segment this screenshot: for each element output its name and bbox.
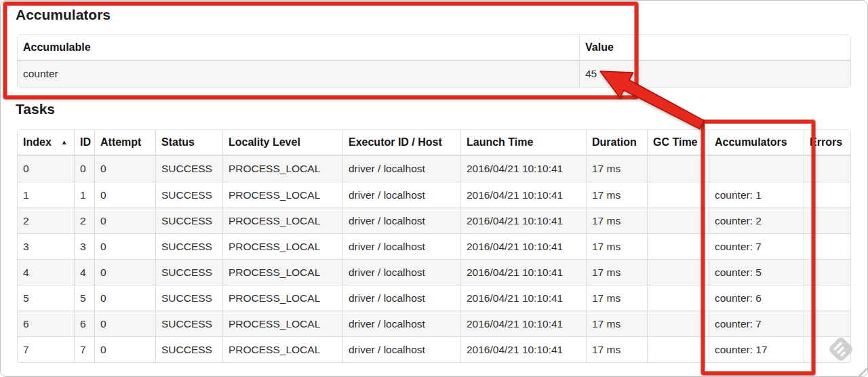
task-cell-attempt: 0 [94,207,155,233]
task-cell-gc-time [647,156,709,182]
task-cell-accumulators [709,156,804,182]
col-header-accumulators[interactable]: Accumulators [709,130,804,156]
task-cell-id: 4 [74,259,94,285]
col-header-errors[interactable]: Errors [804,130,850,156]
task-cell-gc-time [647,259,709,285]
task-cell-duration: 17 ms [586,285,647,311]
task-cell-executor-id-host: driver / localhost [342,182,460,207]
task-cell-status: SUCCESS [155,182,222,207]
task-cell-accumulators: counter: 2 [709,207,804,233]
col-header-attempt[interactable]: Attempt [94,130,155,156]
task-cell-locality-level: PROCESS_LOCAL [222,182,342,207]
task-cell-errors [804,311,850,336]
task-cell-duration: 17 ms [586,336,647,362]
col-header-value[interactable]: Value [579,35,850,61]
task-cell-id: 5 [74,285,94,311]
task-cell-id: 2 [74,207,94,233]
task-cell-executor-id-host: driver / localhost [342,259,460,285]
task-cell-status: SUCCESS [155,156,222,182]
col-header-status[interactable]: Status [155,130,222,156]
task-cell-index: 2 [18,207,74,233]
task-cell-executor-id-host: driver / localhost [342,156,460,182]
col-header-launch-time[interactable]: Launch Time [460,130,586,156]
task-cell-locality-level: PROCESS_LOCAL [222,259,342,285]
task-cell-duration: 17 ms [586,259,647,285]
task-cell-executor-id-host: driver / localhost [342,207,460,233]
task-cell-launch-time: 2016/04/21 10:10:41 [460,156,586,182]
task-cell-locality-level: PROCESS_LOCAL [222,207,342,233]
task-cell-attempt: 0 [94,311,155,336]
task-cell-index: 5 [18,285,74,311]
task-cell-locality-level: PROCESS_LOCAL [222,336,342,362]
accumulators-section-heading: Accumulators [16,7,111,23]
task-cell-accumulators: counter: 7 [709,311,804,336]
col-header-id[interactable]: ID [74,130,94,156]
task-row: 440SUCCESSPROCESS_LOCALdriver / localhos… [18,259,850,285]
task-cell-launch-time: 2016/04/21 10:10:41 [460,285,586,311]
task-cell-attempt: 0 [94,156,155,182]
task-cell-launch-time: 2016/04/21 10:10:41 [460,182,586,207]
col-header-gc-time[interactable]: GC Time [647,130,709,156]
accumulators-header-row: Accumulable Value [18,35,850,61]
task-cell-gc-time [647,336,709,362]
task-cell-status: SUCCESS [155,259,222,285]
col-header-executor-id-host[interactable]: Executor ID / Host [342,130,460,156]
task-cell-index: 6 [18,311,74,336]
task-cell-launch-time: 2016/04/21 10:10:41 [460,233,586,259]
task-cell-locality-level: PROCESS_LOCAL [222,156,342,182]
task-cell-index: 3 [18,233,74,259]
col-header-duration[interactable]: Duration [586,130,647,156]
task-cell-accumulators: counter: 7 [709,233,804,259]
task-row: 770SUCCESSPROCESS_LOCALdriver / localhos… [18,336,850,362]
task-cell-duration: 17 ms [586,311,647,336]
spark-ui-stage-page: Accumulators Accumulable Value counter 4… [0,0,868,377]
task-row: 550SUCCESSPROCESS_LOCALdriver / localhos… [18,285,850,311]
task-cell-index: 4 [18,259,74,285]
task-cell-gc-time [647,207,709,233]
task-cell-accumulators: counter: 17 [709,336,804,362]
task-cell-executor-id-host: driver / localhost [342,336,460,362]
task-cell-gc-time [647,182,709,207]
task-cell-id: 3 [74,233,94,259]
task-cell-launch-time: 2016/04/21 10:10:41 [460,207,586,233]
tasks-header-row: Index▲ ID Attempt Status Locality Level … [18,130,850,156]
task-cell-index: 1 [18,182,74,207]
task-cell-locality-level: PROCESS_LOCAL [222,311,342,336]
tasks-table: Index▲ ID Attempt Status Locality Level … [17,130,851,363]
col-header-accumulable[interactable]: Accumulable [18,35,579,61]
task-cell-attempt: 0 [94,336,155,362]
task-cell-attempt: 0 [94,182,155,207]
accumulators-table: Accumulable Value counter 45 [17,35,851,87]
task-cell-id: 1 [74,182,94,207]
task-cell-id: 0 [74,156,94,182]
accumulable-value-cell: 45 [579,61,850,87]
col-header-index[interactable]: Index▲ [18,130,74,156]
task-cell-duration: 17 ms [586,207,647,233]
task-cell-attempt: 0 [94,233,155,259]
task-cell-errors [804,156,850,182]
task-cell-index: 0 [18,156,74,182]
task-cell-errors [804,233,850,259]
task-cell-duration: 17 ms [586,182,647,207]
task-cell-accumulators: counter: 1 [709,182,804,207]
task-cell-id: 7 [74,336,94,362]
task-cell-locality-level: PROCESS_LOCAL [222,285,342,311]
task-cell-index: 7 [18,336,74,362]
task-row: 330SUCCESSPROCESS_LOCALdriver / localhos… [18,233,850,259]
task-cell-executor-id-host: driver / localhost [342,233,460,259]
task-cell-accumulators: counter: 5 [709,259,804,285]
accumulator-row: counter 45 [18,61,850,87]
task-cell-errors [804,182,850,207]
task-cell-errors [804,336,850,362]
task-cell-executor-id-host: driver / localhost [342,285,460,311]
task-cell-gc-time [647,285,709,311]
task-cell-locality-level: PROCESS_LOCAL [222,233,342,259]
task-cell-launch-time: 2016/04/21 10:10:41 [460,311,586,336]
task-row: 110SUCCESSPROCESS_LOCALdriver / localhos… [18,182,850,207]
sort-ascending-icon: ▲ [61,138,68,146]
task-cell-status: SUCCESS [155,336,222,362]
task-row: 660SUCCESSPROCESS_LOCALdriver / localhos… [18,311,850,336]
col-header-locality-level[interactable]: Locality Level [222,130,342,156]
task-cell-launch-time: 2016/04/21 10:10:41 [460,259,586,285]
tasks-section-heading: Tasks [16,101,55,117]
